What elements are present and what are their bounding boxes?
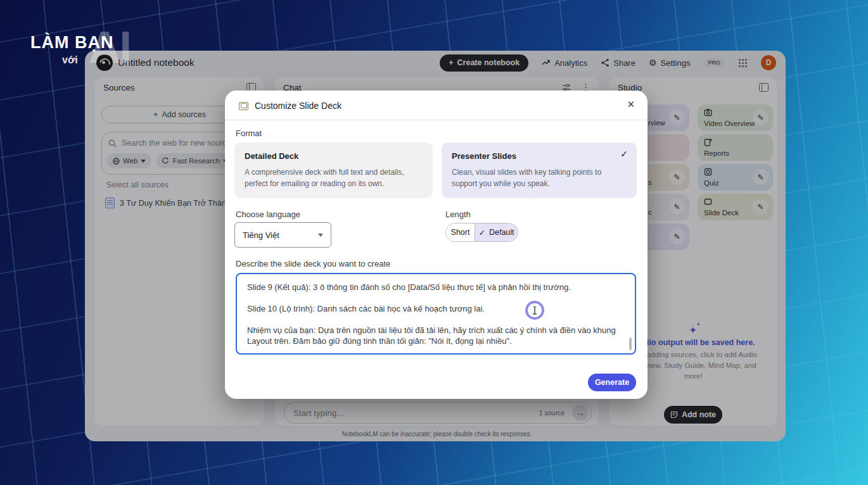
textarea-scrollbar[interactable]	[629, 337, 632, 350]
format-option-detailed-deck[interactable]: Detailed Deck A comprehensive deck with …	[234, 142, 433, 198]
customize-slide-deck-modal: Customize Slide Deck ✕ Format Detailed D…	[225, 91, 648, 399]
choose-language-label: Choose language	[236, 210, 300, 219]
length-label: Length	[445, 210, 471, 219]
ibeam-icon	[534, 306, 535, 315]
close-icon[interactable]: ✕	[627, 99, 635, 110]
modal-title: Customize Slide Deck	[255, 101, 341, 111]
text-cursor-indicator	[525, 301, 544, 320]
length-option-default[interactable]: ✓ Default	[475, 224, 518, 241]
description-textarea[interactable]: Slide 9 (Kết quả): 3 ô thông tin đánh số…	[236, 273, 636, 355]
divider	[225, 120, 648, 120]
check-icon: ✓	[620, 149, 628, 159]
format-option-presenter-slides[interactable]: Presenter Slides Clean, visual slides wi…	[442, 142, 637, 198]
length-option-short[interactable]: Short	[446, 224, 475, 241]
watermark-sub: với	[62, 54, 78, 66]
watermark-ai: AI	[89, 25, 131, 70]
format-label: Format	[236, 129, 262, 138]
slide-deck-icon	[239, 102, 248, 110]
generate-button[interactable]: Generate	[588, 374, 636, 391]
describe-label: Describe the slide deck you want to crea…	[236, 259, 390, 268]
check-icon: ✓	[478, 228, 485, 237]
length-segmented-control: Short ✓ Default	[445, 223, 518, 242]
language-select[interactable]: Tiếng Việt	[234, 222, 331, 248]
chevron-down-icon	[318, 234, 323, 237]
screen: LÀM BẠN với AI Untitled notebook + Creat…	[0, 0, 868, 485]
